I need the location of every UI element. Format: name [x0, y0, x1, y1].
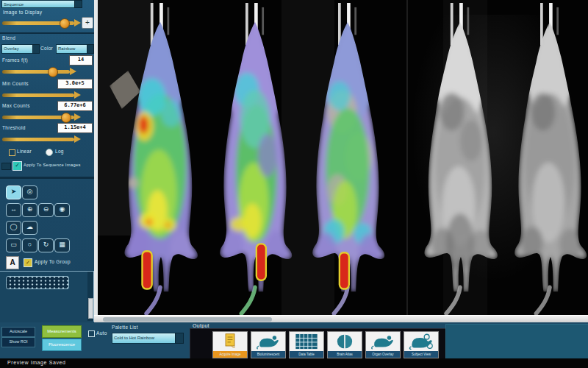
rect-roi-tool[interactable]: ▭	[6, 238, 21, 252]
grid-view-tool[interactable]: ▦	[54, 238, 70, 252]
palette-list-label: Palette List	[112, 325, 138, 330]
threshold-slider[interactable]	[2, 138, 74, 141]
palette-list-dropdown-button[interactable]	[175, 333, 184, 344]
slider-arrow-icon	[74, 91, 81, 99]
frame-slider[interactable]	[2, 70, 70, 74]
zoom-out-tool[interactable]: ⊖	[38, 203, 54, 217]
slider-arrow-icon	[74, 113, 81, 121]
overlay-dropdown[interactable]: Overlay	[1, 44, 35, 54]
rotate-tool[interactable]: ↻	[38, 238, 54, 252]
focus-tool[interactable]: ◉	[54, 203, 70, 217]
slider-arrow-icon	[74, 135, 81, 143]
auto-checkbox[interactable]	[88, 330, 95, 337]
overlay-dropdown-button[interactable]	[32, 44, 40, 54]
sequence-dropdown-button[interactable]	[74, 0, 82, 8]
color-label: Color	[40, 46, 53, 51]
colorbar-button[interactable]	[6, 276, 69, 289]
sidebar-scrollbar[interactable]	[87, 272, 93, 321]
linear-radio[interactable]	[9, 149, 15, 156]
image-display-slider[interactable]	[2, 21, 74, 25]
mouse-image-3	[300, 3, 395, 315]
fit-view-tool[interactable]: ↔	[6, 203, 21, 217]
chamber-seam	[406, 0, 408, 315]
ellipse-roi-tool[interactable]: ◯	[6, 221, 21, 235]
output-bioluminescent[interactable]: Bioluminescent	[251, 331, 286, 358]
image-display-label: Image to Display	[3, 10, 42, 15]
apply-sequence-label: Apply To Sequence Images	[24, 163, 81, 167]
rat-icon	[404, 332, 438, 350]
pointer-tool[interactable]: ➤	[6, 185, 21, 199]
palette-list-dropdown[interactable]: Cold to Hot Rainbow	[112, 333, 178, 344]
mouse-image-4	[412, 3, 509, 315]
frame-value-field[interactable]: 14	[69, 55, 93, 66]
min-counts-label: Min Counts	[2, 81, 29, 86]
sequence-chip-icon	[1, 163, 11, 170]
zoom-in-tool[interactable]: ⊕	[22, 203, 37, 217]
sheet-icon	[221, 333, 239, 350]
rat-icon	[408, 333, 434, 350]
frame-label: Frames f(t)	[2, 57, 28, 63]
log-radio[interactable]	[46, 149, 53, 156]
max-counts-field[interactable]: 6.77e+6	[57, 101, 93, 111]
brain-icon	[328, 332, 362, 350]
status-text: Preview Image Saved	[7, 360, 66, 365]
annotation-button[interactable]: A	[6, 256, 19, 269]
circle-roi-tool[interactable]: ○	[22, 238, 37, 252]
output-acquire-image[interactable]: Acquire Image	[212, 331, 248, 358]
add-button[interactable]: +	[82, 17, 93, 29]
blend-label: Blend	[2, 35, 15, 40]
color-table-dropdown[interactable]: Rainbow	[56, 44, 90, 54]
apply-sequence-checkbox[interactable]: ✓	[12, 161, 22, 171]
grid-icon	[290, 332, 323, 350]
output-data-table[interactable]: Data Table	[289, 331, 324, 358]
max-counts-slider-handle[interactable]	[61, 113, 71, 123]
apply-group-checkbox[interactable]: ✓	[24, 258, 32, 267]
thumbnail-label: Organ Overlay	[366, 351, 400, 358]
divider	[0, 32, 94, 34]
bottom-toolbar: Autoscale Show ROI Measurements Fluoresc…	[0, 322, 588, 358]
output-subject-view[interactable]: Subject View	[404, 331, 439, 358]
color-table-dropdown-button[interactable]	[87, 44, 94, 54]
image-viewer[interactable]	[98, 0, 588, 315]
thumbnail-label: Data Table	[290, 351, 323, 358]
status-bar: Preview Image Saved	[0, 358, 588, 368]
thumbnail-label: Subject View	[404, 351, 438, 358]
slider-arrow-icon	[70, 68, 76, 75]
brain-icon	[335, 333, 354, 350]
output-brain-atlas[interactable]: Brain Atlas	[327, 331, 362, 358]
slider-arrow-icon	[74, 19, 81, 26]
thumbnail-label: Brain Atlas	[328, 351, 362, 358]
colorbar-panel	[0, 271, 94, 322]
max-counts-label: Max Counts	[2, 103, 30, 108]
control-sidebar: Sequence Image to Display + Blend Overla…	[0, 0, 94, 322]
output-label: Output	[193, 323, 209, 328]
min-counts-slider[interactable]	[2, 93, 74, 97]
mouse-image-2	[207, 3, 303, 315]
frame-slider-handle[interactable]	[48, 67, 58, 77]
autoscale-button[interactable]: Autoscale	[1, 327, 35, 337]
threshold-label: Threshold	[2, 125, 26, 130]
data-grid-icon	[295, 333, 318, 350]
thumbnail-label: Bioluminescent	[251, 351, 285, 358]
mouse-image-1	[112, 3, 209, 315]
mouse-icon	[255, 333, 282, 350]
fluorescence-button[interactable]: Fluorescence	[42, 339, 82, 351]
mouse-icon	[370, 333, 396, 350]
measurements-button[interactable]: Measurements	[42, 325, 82, 338]
mouse-image-5	[502, 3, 588, 315]
output-organ-overlay[interactable]: Organ Overlay	[365, 331, 401, 358]
mouse-icon	[251, 332, 285, 350]
sequence-dropdown[interactable]: Sequence	[1, 0, 78, 8]
max-counts-slider[interactable]	[2, 116, 74, 119]
show-roi-button[interactable]: Show ROI	[1, 337, 35, 347]
min-counts-field[interactable]: 3.0e+5	[57, 79, 93, 89]
horizontal-scrollbar-thumb[interactable]	[103, 317, 272, 322]
auto-checkbox-label: Auto	[96, 330, 107, 336]
threshold-field[interactable]: 1.15e+4	[57, 123, 93, 133]
sidebar-scrollbar-thumb[interactable]	[88, 298, 93, 319]
freehand-roi-tool[interactable]: ☁	[22, 221, 37, 235]
mouse-icon	[366, 332, 400, 350]
crosshair-tool[interactable]: ◎	[22, 185, 37, 199]
side-output-panel	[445, 324, 588, 359]
image-display-slider-handle[interactable]	[60, 18, 70, 29]
